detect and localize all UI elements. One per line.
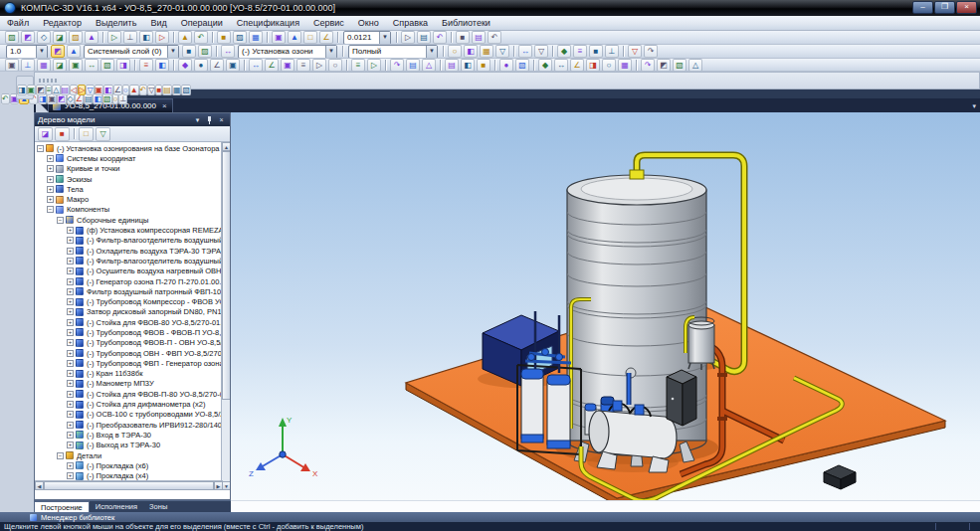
expand-icon[interactable]: + [67, 350, 74, 357]
axes-icon[interactable]: ∠ [113, 85, 122, 95]
tree-item[interactable]: +Затвор дисковый запорный DN80, PN16 (х8… [35, 307, 221, 317]
menu-операции[interactable]: Операции [174, 16, 230, 31]
expand-icon[interactable]: + [67, 380, 74, 387]
collapse-icon[interactable]: − [37, 145, 44, 152]
expand-icon[interactable]: + [67, 248, 74, 255]
expand-icon[interactable]: + [47, 155, 54, 162]
measure3d-icon[interactable]: ◧ [461, 59, 475, 72]
tree-layout-1-icon[interactable]: □ [79, 127, 94, 141]
tree-item[interactable]: +(ф) Установка компрессорная REMEZA ВК4 [35, 225, 221, 235]
menu-редактор[interactable]: Редактор [36, 16, 89, 31]
layer-config-icon[interactable]: ▨ [198, 45, 212, 58]
menu-справка[interactable]: Справка [386, 16, 435, 31]
expand-icon[interactable]: + [67, 442, 74, 448]
snap-icon[interactable]: ◩ [51, 45, 65, 58]
spec-settings-icon[interactable]: ○ [602, 59, 616, 72]
expand-icon[interactable]: + [47, 196, 54, 203]
appearance-icon[interactable]: ▤ [162, 85, 172, 95]
planes-icon[interactable]: ◧ [103, 85, 113, 95]
scroll-right-icon[interactable]: ▶ [214, 481, 223, 490]
expand-icon[interactable]: + [67, 237, 74, 244]
tree-collapse-icon[interactable]: ▾ [192, 115, 203, 125]
chevron-down-icon[interactable]: ▼ [167, 46, 178, 58]
tree-item[interactable]: −Сборочные единицы [35, 215, 221, 225]
tree-close-icon[interactable]: × [216, 115, 227, 125]
tab-overflow-icon[interactable]: ▾ [972, 102, 976, 110]
maximize-button[interactable]: ❐ [934, 1, 955, 14]
expand-icon[interactable]: + [67, 227, 74, 234]
scroll-left-icon[interactable]: ◀ [35, 481, 44, 490]
zoom-selected-icon[interactable]: ▷ [401, 31, 415, 44]
current-component-combo[interactable]: (-) Установка озони▼ [238, 45, 337, 59]
tree-vscroll-thumb[interactable] [222, 151, 230, 400]
tree-item[interactable]: −Компоненты [35, 205, 221, 215]
expand-icon[interactable]: + [67, 339, 74, 346]
options-icon[interactable]: △ [688, 59, 702, 72]
component-indicator-icon[interactable]: ↔ [221, 45, 235, 58]
spec-edit-icon[interactable]: ◨ [586, 59, 600, 72]
report-icon[interactable]: ▧ [515, 59, 529, 72]
save-as-icon[interactable]: ◪ [53, 31, 67, 44]
chevron-down-icon[interactable]: ▼ [379, 32, 390, 44]
sweep-icon[interactable]: ▣ [226, 59, 240, 72]
circle-icon[interactable]: ⊥ [21, 59, 35, 72]
rotate-left-icon[interactable]: ◆ [557, 45, 571, 58]
library-manager-bar[interactable]: Менеджер библиотек [0, 512, 980, 522]
fillet-icon[interactable]: ∠ [265, 59, 279, 72]
table-icon[interactable]: ● [499, 59, 513, 72]
render-icon[interactable]: ▦ [172, 85, 182, 95]
points-icon[interactable]: ○ [122, 85, 129, 95]
wireframe-icon[interactable]: ▦ [480, 45, 493, 58]
expand-icon[interactable]: + [67, 422, 74, 429]
rotate-right-icon[interactable]: ≡ [573, 45, 587, 58]
axis-icon[interactable]: ▧ [100, 59, 114, 72]
undo-icon[interactable]: ▲ [178, 31, 192, 44]
paste-icon[interactable]: ▷ [155, 31, 169, 44]
model-tree-toggle-icon[interactable]: ↶ [1, 93, 10, 104]
menu-библиотеки[interactable]: Библиотеки [435, 16, 497, 31]
osv-vessel[interactable] [686, 317, 714, 370]
spec-icon[interactable]: ∠ [570, 59, 584, 72]
mass-icon[interactable]: ■ [477, 59, 490, 72]
prev-view-icon[interactable]: ■ [456, 31, 470, 44]
library-icon[interactable]: ◆ [538, 59, 552, 72]
expand-icon[interactable]: + [67, 391, 74, 398]
tree-item[interactable]: +(-) Охладитель воздуха ТЭРА-30 ТЭРА-30.… [35, 246, 221, 256]
rotate-icon[interactable]: ◩ [36, 85, 46, 95]
control-cabinet[interactable] [667, 370, 696, 426]
expand-icon[interactable]: + [67, 298, 74, 305]
tree-item[interactable]: +(-) Манометр МП3У [35, 379, 221, 389]
tree-item[interactable]: +(-) Трубопровод ФВП - Генератор озона У… [35, 358, 221, 368]
expand-icon[interactable]: + [67, 319, 74, 326]
find-icon[interactable]: ▦ [249, 31, 263, 44]
tree-item[interactable]: +Фильтр воздушный патронный ФВП-10-0,15 [35, 286, 221, 296]
tab-postroenie[interactable]: Построение [34, 501, 90, 512]
tree-item[interactable]: +Макро [35, 194, 221, 204]
line-icon[interactable]: ▣ [5, 59, 19, 72]
pattern-icon[interactable]: ≡ [351, 59, 365, 72]
rebuild-icon[interactable]: ◩ [657, 59, 671, 72]
open-icon[interactable]: ◩ [21, 31, 35, 44]
tree-vertical-scrollbar[interactable]: ▲ ▼ [221, 142, 230, 490]
chevron-down-icon[interactable]: ▼ [36, 46, 47, 58]
tree-item[interactable]: +(-) Кран 11б38бк [35, 369, 221, 379]
arc-icon[interactable]: ▦ [37, 59, 51, 72]
chevron-down-icon[interactable]: ▼ [426, 46, 437, 58]
expand-icon[interactable]: + [47, 186, 54, 193]
perspective-icon[interactable]: ↔ [518, 45, 532, 58]
help-icon[interactable]: ▦ [618, 59, 632, 72]
loft-icon[interactable]: ∠ [210, 59, 224, 72]
camera-icon[interactable]: ↷ [644, 45, 658, 58]
select-icon[interactable]: ▣ [27, 85, 37, 95]
shaded-icon[interactable]: ◧ [464, 45, 478, 58]
grid-icon[interactable]: ▤ [61, 85, 71, 95]
tree-item[interactable]: +(-) Трубопровод ФВОВ - ФВОВ-П УО-8,5/2 [35, 327, 221, 337]
hole-icon[interactable]: ▷ [312, 59, 326, 72]
zoom-in-icon[interactable]: ▣ [272, 31, 286, 44]
tree-item[interactable]: +(-) Фильтр-влагоотделитель воздушный Ф [35, 236, 221, 246]
tree-item[interactable]: +(-) Выход из ТЭРА-30 [35, 441, 221, 450]
print-icon[interactable]: ▨ [69, 31, 83, 44]
tree-item[interactable]: +(-) Стойка для ФВОВ-80 УО-8,5/270-01.01… [35, 317, 221, 327]
add-component-icon[interactable]: ↷ [390, 59, 404, 72]
snap-settings-icon[interactable]: ◁ [70, 85, 78, 95]
